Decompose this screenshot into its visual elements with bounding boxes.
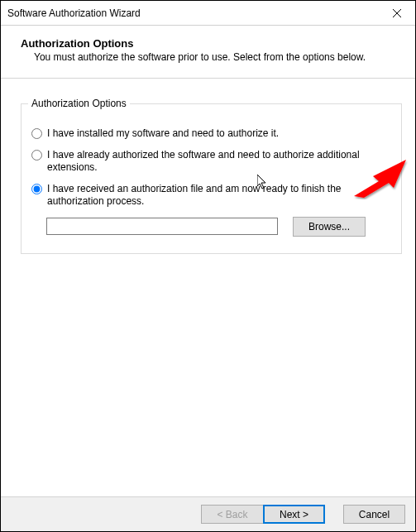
radio-option-install[interactable]: I have installed my software and need to… xyxy=(31,127,391,141)
page-title: Authorization Options xyxy=(21,37,402,50)
title-bar: Software Authorization Wizard xyxy=(1,1,415,26)
wizard-body: Authorization Options I have installed m… xyxy=(1,79,415,254)
page-subtitle: You must authorize the software prior to… xyxy=(21,51,402,63)
next-button[interactable]: Next > xyxy=(263,505,325,524)
radio-install-label[interactable]: I have installed my software and need to… xyxy=(47,127,279,141)
radio-file-input[interactable] xyxy=(31,184,42,194)
radio-option-extensions[interactable]: I have already authorized the software a… xyxy=(31,149,391,175)
close-icon xyxy=(393,9,401,17)
wizard-header: Authorization Options You must authorize… xyxy=(1,26,415,79)
close-button[interactable] xyxy=(378,1,415,25)
radio-extensions-label[interactable]: I have already authorized the software a… xyxy=(47,149,391,175)
browse-button[interactable]: Browse... xyxy=(293,217,366,237)
nav-group: < Back Next > xyxy=(201,505,325,524)
authorization-options-group: Authorization Options I have installed m… xyxy=(21,103,402,254)
radio-install-input[interactable] xyxy=(31,128,42,139)
radio-option-file[interactable]: I have received an authorization file an… xyxy=(31,183,391,208)
wizard-footer: < Back Next > Cancel xyxy=(1,496,415,531)
authorization-file-input[interactable] xyxy=(46,218,278,235)
radio-file-label[interactable]: I have received an authorization file an… xyxy=(47,183,391,208)
radio-extensions-input[interactable] xyxy=(31,150,42,161)
group-legend: Authorization Options xyxy=(28,98,130,109)
file-row: Browse... xyxy=(31,217,391,237)
window-title: Software Authorization Wizard xyxy=(7,7,141,19)
cancel-button[interactable]: Cancel xyxy=(343,505,405,524)
back-button: < Back xyxy=(201,505,263,524)
